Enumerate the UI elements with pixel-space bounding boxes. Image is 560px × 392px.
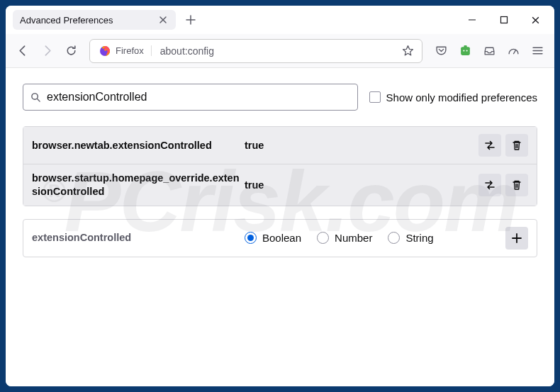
type-radio-number[interactable]: Number (317, 232, 372, 244)
window-controls (456, 7, 551, 33)
radio-icon (317, 232, 329, 244)
pref-row[interactable]: browser.newtab.extensionControlled true (23, 127, 537, 164)
pref-value: true (245, 179, 478, 191)
titlebar: Advanced Preferences (6, 6, 554, 34)
maximize-button[interactable] (488, 7, 520, 33)
close-window-button[interactable] (520, 7, 551, 33)
type-radio-group: Boolean Number String (245, 232, 505, 244)
type-radio-boolean[interactable]: Boolean (245, 232, 301, 244)
inbox-icon[interactable] (478, 40, 500, 62)
reload-button[interactable] (60, 40, 82, 62)
minimize-button[interactable] (456, 7, 488, 33)
firefox-logo-icon (99, 45, 111, 57)
dashboard-icon[interactable] (502, 40, 525, 62)
config-page: Show only modified preferences browser.n… (6, 68, 554, 386)
checkbox-icon (369, 91, 381, 103)
forward-button[interactable] (35, 40, 58, 62)
delete-button[interactable] (505, 134, 528, 157)
pref-name: browser.startup.homepage_override.extens… (32, 172, 245, 198)
toggle-button[interactable] (478, 134, 501, 157)
pref-name: browser.newtab.extensionControlled (32, 139, 245, 152)
close-tab-icon[interactable] (157, 14, 169, 26)
pref-search-input[interactable] (47, 91, 350, 103)
add-pref-button[interactable] (505, 227, 528, 250)
extension-icon[interactable] (454, 40, 476, 62)
new-tab-button[interactable] (180, 9, 201, 30)
app-menu-icon[interactable] (526, 40, 549, 62)
svg-rect-0 (500, 17, 507, 23)
svg-point-4 (463, 50, 464, 51)
pocket-icon[interactable] (430, 40, 452, 62)
tab-title: Advanced Preferences (20, 15, 152, 26)
back-button[interactable] (11, 40, 34, 62)
new-pref-name: extensionControlled (32, 231, 245, 245)
radio-icon (388, 232, 400, 244)
bookmark-star-icon[interactable] (398, 45, 418, 57)
show-modified-checkbox[interactable]: Show only modified preferences (369, 91, 537, 103)
identity-box[interactable]: Firefox (94, 43, 156, 59)
svg-point-6 (32, 93, 38, 99)
pref-row[interactable]: browser.startup.homepage_override.extens… (23, 164, 537, 206)
nav-toolbar: Firefox about:config (6, 34, 554, 68)
url-text: about:config (160, 45, 393, 57)
browser-tab[interactable]: Advanced Preferences (13, 10, 176, 30)
pref-results: browser.newtab.extensionControlled true … (23, 126, 537, 206)
type-radio-string[interactable]: String (388, 232, 433, 244)
pref-search-box[interactable] (23, 84, 358, 111)
search-icon (30, 92, 41, 103)
pref-value: true (245, 140, 478, 151)
url-bar[interactable]: Firefox about:config (89, 39, 422, 63)
toggle-button[interactable] (478, 174, 501, 196)
new-pref-row: extensionControlled Boolean Number Strin… (23, 219, 537, 257)
svg-rect-3 (464, 45, 466, 47)
show-modified-label: Show only modified preferences (386, 91, 537, 103)
identity-label: Firefox (116, 45, 152, 56)
svg-rect-2 (461, 47, 470, 55)
radio-icon (245, 232, 257, 244)
delete-button[interactable] (505, 174, 528, 196)
svg-point-5 (466, 50, 467, 51)
